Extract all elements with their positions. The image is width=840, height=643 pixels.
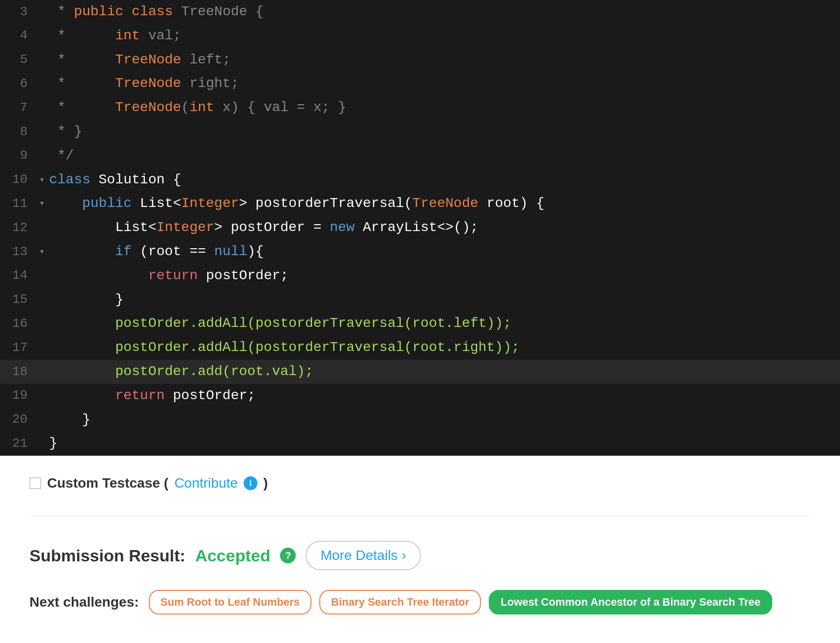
code-content: * }: [49, 121, 840, 143]
fold-arrow[interactable]: [39, 317, 49, 331]
fold-arrow[interactable]: [39, 341, 49, 355]
code-content: List<Integer> postOrder = new ArrayList<…: [49, 217, 840, 239]
custom-testcase-row: Custom Testcase ( Contribute i ): [29, 475, 811, 491]
code-content: class Solution {: [49, 169, 840, 191]
challenge-tags: Sum Root to Leaf NumbersBinary Search Tr…: [149, 590, 772, 614]
testcase-label: Custom Testcase (: [47, 475, 168, 491]
fold-arrow[interactable]: [39, 413, 49, 427]
code-content: */: [49, 145, 840, 167]
code-line-16[interactable]: 16 postOrder.addAll(postorderTraversal(r…: [0, 312, 840, 336]
code-line-11[interactable]: 11▾ public List<Integer> postorderTraver…: [0, 192, 840, 216]
code-line-15[interactable]: 15 }: [0, 288, 840, 312]
challenge-tag[interactable]: Binary Search Tree Iterator: [319, 590, 481, 614]
fold-arrow[interactable]: [39, 77, 49, 91]
code-content: postOrder.addAll(postorderTraversal(root…: [49, 313, 840, 335]
code-content: }: [49, 289, 840, 311]
result-label: Submission Result:: [29, 546, 185, 565]
code-content: }: [49, 433, 840, 455]
bottom-section: Custom Testcase ( Contribute i ) Submiss…: [0, 456, 840, 634]
question-icon[interactable]: ?: [280, 548, 296, 563]
testcase-paren: ): [263, 475, 268, 491]
challenge-tag[interactable]: Sum Root to Leaf Numbers: [149, 590, 312, 614]
code-line-17[interactable]: 17 postOrder.addAll(postorderTraversal(r…: [0, 336, 840, 360]
next-challenges-row: Next challenges: Sum Root to Leaf Number…: [29, 590, 811, 614]
code-line-12[interactable]: 12 List<Integer> postOrder = new ArrayLi…: [0, 216, 840, 240]
line-number: 17: [0, 338, 39, 358]
code-line-3[interactable]: 3 * public class TreeNode {: [0, 0, 840, 24]
line-number: 5: [0, 50, 39, 70]
code-content: * TreeNode left;: [49, 49, 840, 71]
result-accepted: Accepted: [195, 546, 270, 565]
line-number: 11: [0, 194, 39, 214]
line-number: 12: [0, 218, 39, 238]
code-content: return postOrder;: [49, 265, 840, 287]
fold-arrow[interactable]: [39, 29, 49, 43]
fold-arrow[interactable]: ▾: [39, 173, 49, 187]
challenge-tag[interactable]: Lowest Common Ancestor of a Binary Searc…: [489, 590, 772, 614]
fold-arrow[interactable]: [39, 5, 49, 19]
line-number: 7: [0, 98, 39, 118]
line-number: 14: [0, 265, 39, 286]
divider: [29, 516, 811, 516]
line-number: 13: [0, 242, 39, 263]
line-number: 20: [0, 409, 39, 430]
submission-result: Submission Result: Accepted ? More Detai…: [29, 541, 811, 570]
code-content: * int val;: [49, 25, 840, 47]
fold-arrow[interactable]: ▾: [39, 245, 49, 259]
more-details-label: More Details: [320, 548, 397, 563]
code-line-18[interactable]: 18 postOrder.add(root.val);: [0, 360, 840, 384]
next-challenges-label: Next challenges:: [29, 594, 139, 610]
line-number: 15: [0, 290, 39, 310]
code-editor[interactable]: 3 * public class TreeNode {4 * int val;5…: [0, 0, 840, 456]
line-number: 16: [0, 314, 39, 334]
fold-arrow[interactable]: [39, 365, 49, 379]
fold-arrow[interactable]: [39, 125, 49, 139]
fold-arrow[interactable]: [39, 389, 49, 403]
code-content: }: [49, 409, 840, 431]
code-content: postOrder.addAll(postorderTraversal(root…: [49, 337, 840, 359]
contribute-link[interactable]: Contribute: [174, 475, 238, 491]
code-line-20[interactable]: 20 }: [0, 408, 840, 432]
fold-arrow[interactable]: [39, 101, 49, 115]
line-number: 8: [0, 122, 39, 143]
code-content: public List<Integer> postorderTraversal(…: [49, 193, 840, 215]
fold-arrow[interactable]: [39, 269, 49, 283]
code-content: if (root == null){: [49, 241, 840, 263]
code-content: * TreeNode(int x) { val = x; }: [49, 97, 840, 119]
custom-testcase-checkbox[interactable]: [29, 477, 41, 489]
line-number: 3: [0, 2, 39, 23]
line-number: 10: [0, 170, 39, 190]
fold-arrow[interactable]: [39, 149, 49, 163]
code-content: return postOrder;: [49, 385, 840, 407]
code-content: * TreeNode right;: [49, 73, 840, 95]
line-number: 18: [0, 362, 39, 382]
code-line-21[interactable]: 21 }: [0, 432, 840, 456]
line-number: 4: [0, 26, 39, 46]
code-line-7[interactable]: 7 * TreeNode(int x) { val = x; }: [0, 96, 840, 120]
line-number: 19: [0, 385, 39, 406]
fold-arrow[interactable]: [39, 293, 49, 307]
fold-arrow[interactable]: [39, 53, 49, 67]
code-line-5[interactable]: 5 * TreeNode left;: [0, 48, 840, 72]
code-line-10[interactable]: 10▾class Solution {: [0, 168, 840, 192]
info-icon[interactable]: i: [244, 476, 257, 490]
line-number: 21: [0, 434, 39, 454]
code-line-19[interactable]: 19 return postOrder;: [0, 384, 840, 408]
code-line-13[interactable]: 13▾ if (root == null){: [0, 240, 840, 264]
code-line-14[interactable]: 14 return postOrder;: [0, 264, 840, 288]
code-line-6[interactable]: 6 * TreeNode right;: [0, 72, 840, 96]
more-details-button[interactable]: More Details ›: [306, 541, 421, 570]
code-content: postOrder.add(root.val);: [49, 361, 840, 383]
code-line-4[interactable]: 4 * int val;: [0, 24, 840, 48]
code-line-8[interactable]: 8 * }: [0, 120, 840, 144]
line-number: 9: [0, 146, 39, 166]
fold-arrow[interactable]: [39, 221, 49, 235]
fold-arrow[interactable]: ▾: [39, 197, 49, 211]
fold-arrow[interactable]: [39, 437, 49, 451]
code-line-9[interactable]: 9 */: [0, 144, 840, 168]
code-content: * public class TreeNode {: [49, 1, 840, 23]
chevron-icon: ›: [402, 548, 406, 563]
line-number: 6: [0, 74, 39, 94]
